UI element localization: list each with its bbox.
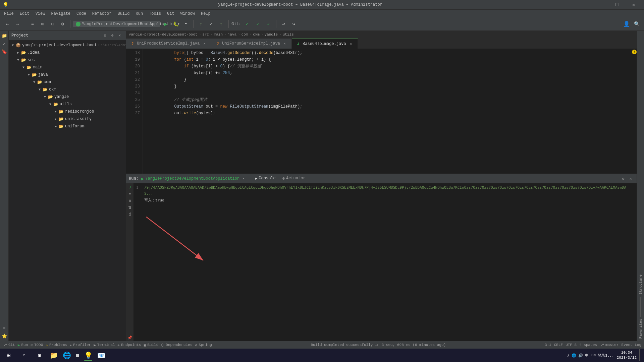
tree-item-uniforum[interactable]: ▶ 📂 uniforum	[9, 123, 126, 130]
breadcrumb-main[interactable]: main	[214, 33, 223, 37]
bottom-tab-actuator[interactable]: ⚙ Actuator	[279, 174, 309, 183]
back-button[interactable]: ←	[3, 19, 12, 29]
taskbar-app3[interactable]: 📧	[95, 349, 108, 361]
menu-code[interactable]: Code	[74, 11, 89, 17]
panel-settings-btn[interactable]: ⚙	[109, 32, 116, 39]
breadcrumb-utils[interactable]: utils	[283, 33, 294, 37]
run-configuration[interactable]: YangleProjectDevelopmentBootApplication …	[73, 21, 160, 27]
breadcrumb-com[interactable]: com	[241, 33, 248, 37]
toolbar-btn-4[interactable]: ⚙	[58, 19, 67, 29]
tree-item-idea[interactable]: ▶ 📂 .idea	[9, 49, 126, 56]
task-view-button[interactable]: ▣	[32, 349, 47, 361]
menu-git[interactable]: Git	[164, 11, 177, 17]
tree-item-src[interactable]: ▼ 📂 src	[9, 56, 126, 64]
menu-navigate[interactable]: Navigate	[48, 11, 73, 17]
menu-tools[interactable]: Tools	[146, 11, 164, 17]
favorites-label[interactable]: Favorites	[639, 319, 643, 339]
tree-item-main[interactable]: ▼ 📂 main	[9, 64, 126, 71]
code-editor[interactable]: 18 19 20 21 22 23 24 25 26 27	[126, 49, 637, 174]
panel-collapse-btn[interactable]: ⊟	[102, 32, 108, 39]
taskbar-app1[interactable]: ◼	[74, 349, 82, 361]
run-app-close[interactable]: ✕	[241, 176, 246, 181]
taskbar-intellij[interactable]: 💡	[82, 349, 95, 361]
tab-close-2[interactable]: ✕	[282, 41, 287, 46]
run-button[interactable]: ▶	[161, 19, 170, 29]
toolbar-btn-2[interactable]: ⊞	[38, 19, 47, 29]
status-indent[interactable]: 4 spaces	[579, 343, 597, 347]
status-endpoints[interactable]: ⚓ Endpoints	[118, 343, 141, 347]
minimize-button[interactable]: —	[592, 0, 608, 9]
panel-close-btn-bottom[interactable]: ✕	[627, 175, 634, 182]
menu-view[interactable]: View	[33, 11, 48, 17]
user-button[interactable]: 👤	[622, 19, 631, 29]
panel-settings-btn-bottom[interactable]: ⚙	[620, 175, 627, 182]
search-button[interactable]: ○	[17, 349, 32, 361]
status-crlf[interactable]: CRLF	[554, 343, 563, 347]
taskbar-clock[interactable]: 10:34 2023/3/12	[617, 350, 637, 361]
tab-close-3[interactable]: ✕	[348, 41, 354, 47]
close-button[interactable]: ✕	[626, 0, 641, 9]
sidebar-project-icon[interactable]: 📁	[1, 32, 8, 40]
taskbar-chrome[interactable]: 🌐	[61, 349, 73, 361]
rerun-button[interactable]: ↺	[127, 184, 133, 190]
tree-item-ckm[interactable]: ▼ 📂 ckm	[9, 86, 126, 93]
coverage-button[interactable]: ☂	[181, 19, 191, 29]
status-position[interactable]: 3:1	[545, 343, 551, 347]
breadcrumb-src[interactable]: src	[202, 33, 209, 37]
menu-edit[interactable]: Edit	[17, 11, 32, 17]
status-event-log[interactable]: Event Log	[622, 343, 641, 347]
tray-network[interactable]: 🌐	[572, 353, 576, 358]
status-git[interactable]: ⎇ Git	[3, 343, 15, 347]
status-problems[interactable]: ⚠ Problems	[46, 343, 67, 347]
breadcrumb-root[interactable]: yangle-project-development-boot	[129, 33, 198, 37]
status-build[interactable]: ▣ Build	[144, 343, 159, 347]
tree-item-root[interactable]: ▼ 📦 yangle-project-development-boot C:\U…	[9, 42, 126, 49]
status-encoding[interactable]: UTF-8	[566, 343, 577, 347]
tab-close-1[interactable]: ✕	[202, 41, 207, 46]
bottom-tab-console[interactable]: ▶ Console	[252, 174, 279, 183]
menu-refactor[interactable]: Refactor	[90, 11, 114, 17]
structure-label[interactable]: Structure	[639, 275, 643, 294]
tree-item-rediscronjob[interactable]: ▶ 📂 rediscronjob	[9, 108, 126, 115]
tree-item-utils[interactable]: ▼ 📂 utils	[9, 101, 126, 108]
git-check2[interactable]: ✓	[253, 19, 263, 29]
git-check3[interactable]: ✓	[264, 19, 273, 29]
status-profiler[interactable]: ✦ Profiler	[70, 343, 91, 347]
toolbar-btn-3[interactable]: ⊟	[48, 19, 57, 29]
forward-button[interactable]: →	[13, 19, 22, 29]
taskbar-explorer[interactable]: 📁	[48, 349, 60, 361]
tab-uniprodservice[interactable]: J UniProductServiceImpl.java ✕	[126, 39, 211, 49]
console-clear-button[interactable]: 🗑	[127, 204, 133, 210]
breadcrumb-yangle[interactable]: yangle	[265, 33, 278, 37]
menu-file[interactable]: File	[1, 11, 16, 17]
status-terminal[interactable]: ▶ Terminal	[94, 343, 115, 347]
update-button[interactable]: ↑	[196, 19, 206, 29]
status-git-branch[interactable]: ⎇ master	[600, 343, 619, 347]
sidebar-commit-icon[interactable]: ✓	[1, 40, 8, 48]
sidebar-favorites-icon[interactable]: ⭐	[1, 333, 8, 340]
debug-button[interactable]: 🐛	[171, 19, 180, 29]
show-desktop-button[interactable]	[639, 349, 641, 361]
sidebar-bookmark-icon[interactable]: 🔖	[1, 48, 8, 56]
push-button[interactable]: ↑	[216, 19, 226, 29]
maximize-button[interactable]: □	[609, 0, 625, 9]
tray-volume[interactable]: 🔊	[578, 353, 583, 358]
search-everywhere[interactable]: 🔍	[632, 19, 641, 29]
tab-uniformservice[interactable]: J UniForumServiceImpl.java ✕	[211, 39, 292, 49]
code-content[interactable]: byte[] bytes = Base64.getDecoder().decod…	[151, 49, 632, 174]
menu-help[interactable]: Help	[198, 11, 213, 17]
tree-item-yangle[interactable]: ▼ 📂 yangle	[9, 93, 126, 101]
status-todo[interactable]: ☑ TODO	[31, 343, 43, 347]
undo-button[interactable]: ↩	[279, 19, 288, 29]
tree-item-uniclassify[interactable]: ▶ 📂 uniclassify	[9, 115, 126, 123]
redo-button[interactable]: ↪	[289, 19, 299, 29]
toolbar-btn-1[interactable]: ≡	[28, 19, 37, 29]
console-filter-button[interactable]: ⊠	[127, 197, 133, 203]
tree-item-java[interactable]: ▼ 📂 java	[9, 71, 126, 78]
console-print-button[interactable]: 🖨	[127, 211, 133, 217]
tab-base64toimage[interactable]: J Base64ToImage.java ✕	[292, 39, 358, 49]
menu-run[interactable]: Run	[133, 11, 146, 17]
tray-ime[interactable]: 中	[585, 353, 589, 358]
menu-window[interactable]: Window	[178, 11, 198, 17]
status-spring[interactable]: ✿ Spring	[195, 343, 212, 347]
